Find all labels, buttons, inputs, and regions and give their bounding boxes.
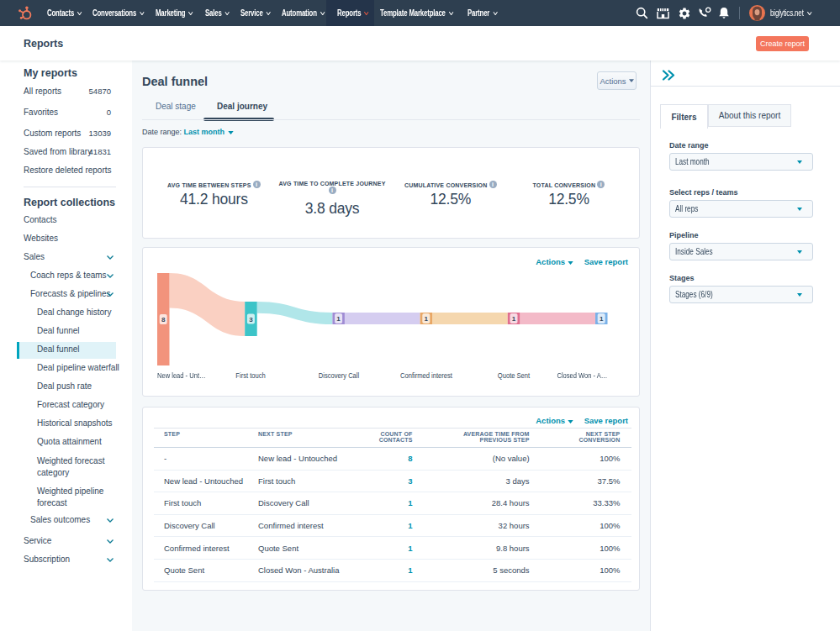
svg-text:3: 3	[249, 316, 253, 323]
svg-text:1: 1	[336, 315, 341, 323]
svg-text:8: 8	[161, 316, 166, 323]
svg-text:1: 1	[425, 315, 429, 323]
svg-text:1: 1	[512, 315, 516, 323]
svg-text:1: 1	[600, 315, 604, 323]
